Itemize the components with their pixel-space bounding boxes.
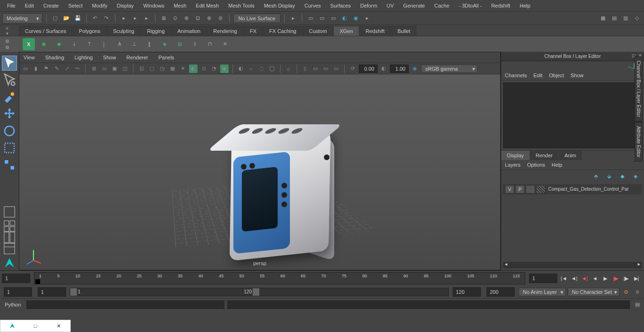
maya-logo-icon[interactable] <box>2 255 17 270</box>
tab-rigging[interactable]: Rigging <box>141 26 171 36</box>
undo-icon[interactable]: ↶ <box>91 14 100 23</box>
menu-mesh-display[interactable]: Mesh Display <box>259 1 300 10</box>
side-tab-channel-box[interactable]: Channel Box / Layer Editor <box>635 57 643 121</box>
select-hierarchy-icon[interactable]: ▸ <box>119 14 129 23</box>
open-scene-icon[interactable]: 📂 <box>62 14 71 23</box>
layer-name[interactable]: Compact_Gas_Detection_Control_Par <box>546 186 640 192</box>
menu-edit[interactable]: Edit <box>20 1 39 10</box>
vp-color-mgmt-dropdown[interactable]: sRGB gamma <box>421 65 478 73</box>
xgen-tool-4-icon[interactable]: ‖ <box>143 38 156 50</box>
xgen-tool-9-icon[interactable]: ✕ <box>219 38 231 50</box>
anim-layer-dropdown[interactable]: No Anim Layer <box>519 288 566 296</box>
render-setup-icon[interactable]: ◉ <box>351 14 361 23</box>
command-line-input[interactable] <box>26 300 224 309</box>
rotate-tool[interactable] <box>2 123 17 138</box>
vp-gate-mask-icon[interactable]: ◫ <box>121 65 129 73</box>
vp-isolate-icon[interactable]: ◐ <box>237 65 245 73</box>
layer-new-empty-icon[interactable]: ◆ <box>618 172 627 181</box>
vp-film-gate-icon[interactable]: ▭ <box>100 65 108 73</box>
xgen-surface-icon[interactable]: ◆ <box>53 38 65 50</box>
two-pane-icon[interactable] <box>2 233 17 242</box>
script-language-label[interactable]: Python <box>2 302 24 308</box>
vp-motion-blur-icon[interactable]: ◉ <box>220 65 229 73</box>
select-tool[interactable] <box>2 56 17 71</box>
ipr-render-icon[interactable]: ▭ <box>317 14 327 23</box>
hypershade-icon[interactable]: ◐ <box>340 14 349 23</box>
viewport-3d[interactable]: persp <box>19 74 500 270</box>
last-tool[interactable] <box>2 157 17 172</box>
layer-scrollbar[interactable] <box>503 262 642 268</box>
vp-select-camera-icon[interactable]: ▭ <box>21 65 30 73</box>
xgen-open-icon[interactable]: X <box>23 38 35 50</box>
vp-smooth3-icon[interactable]: ▭ <box>332 65 340 73</box>
vp-grid-icon[interactable]: ⊞ <box>90 65 98 73</box>
menu-uv[interactable]: UV <box>382 1 398 10</box>
vp-shaded-icon[interactable]: ▢ <box>148 65 156 73</box>
shelf-options-icon[interactable]: ⚙ <box>4 44 10 50</box>
vp-aa-icon[interactable]: ◔ <box>210 65 218 73</box>
panel-layout-2-icon[interactable]: ▤ <box>610 14 619 23</box>
auto-key-icon[interactable]: ⚙ <box>621 287 631 297</box>
select-component-icon[interactable]: ▸ <box>142 14 151 23</box>
go-to-start-icon[interactable]: |◄ <box>559 274 569 283</box>
snap-toggle-icon[interactable]: ⊘ <box>216 14 225 23</box>
range-end-inner[interactable]: 120 <box>453 287 481 297</box>
panel-layout-icon[interactable]: ▦ <box>598 14 608 23</box>
step-back-icon[interactable]: ◄| <box>580 274 589 283</box>
play-back-icon[interactable]: ◄ <box>590 274 600 283</box>
tab-animation[interactable]: Animation <box>171 26 206 36</box>
xgen-create-icon[interactable]: ◉ <box>38 38 50 50</box>
ltab-render[interactable]: Render <box>530 151 558 160</box>
move-tool[interactable] <box>2 106 17 121</box>
range-end-outer[interactable]: 200 <box>487 287 515 297</box>
menu-windows[interactable]: Windows <box>139 1 169 10</box>
vp-grease-icon[interactable]: ✏ <box>73 65 82 73</box>
range-slider[interactable]: 1 120 <box>70 288 449 296</box>
vp-gamma-field[interactable]: 1.00 <box>390 65 409 73</box>
snap-point-icon[interactable]: ⊕ <box>182 14 191 23</box>
menu-redshift[interactable]: Redshift <box>487 1 515 10</box>
vp-xray-icon[interactable]: ○ <box>247 65 256 73</box>
step-back-key-icon[interactable]: ◄| <box>570 274 579 283</box>
save-scene-icon[interactable]: 💾 <box>73 14 83 23</box>
tab-polygons[interactable]: Polygons <box>73 26 106 36</box>
taskbar-app-icon[interactable] <box>0 320 24 332</box>
tab-custom[interactable]: Custom <box>303 26 333 36</box>
vp-exposure-icon[interactable]: ☼ <box>284 65 293 73</box>
vp-wireframe-icon[interactable]: ⊡ <box>137 65 146 73</box>
menu-surfaces[interactable]: Surfaces <box>326 1 355 10</box>
select-object-icon[interactable]: ▸ <box>131 14 140 23</box>
outliner-toggle-icon[interactable] <box>2 244 17 253</box>
cb-menu-channels[interactable]: Channels <box>505 73 527 78</box>
range-handle-right[interactable] <box>253 288 259 296</box>
vp-exposure-reset-icon[interactable]: ⟳ <box>348 65 357 73</box>
vp-ao-icon[interactable]: ⊙ <box>199 65 208 73</box>
snap-curve-icon[interactable]: ⊙ <box>171 14 180 23</box>
snap-grid-icon[interactable]: ⊞ <box>159 14 169 23</box>
lasso-tool[interactable] <box>2 73 17 88</box>
tab-rendering[interactable]: Rendering <box>207 26 243 36</box>
menu-curves[interactable]: Curves <box>300 1 326 10</box>
channel-box-body[interactable] <box>503 82 642 148</box>
character-set-dropdown[interactable]: No Character Set <box>568 288 619 296</box>
layer-display-type[interactable] <box>526 185 535 194</box>
layer-move-up-icon[interactable]: ⬘ <box>591 172 601 181</box>
vp-exposure-field[interactable]: 0.00 <box>359 65 378 73</box>
tab-bullet[interactable]: Bullet <box>391 26 417 36</box>
menu-deform[interactable]: Deform <box>355 1 382 10</box>
xgen-tool-1-icon[interactable]: │ <box>98 38 110 50</box>
vp-resolution-gate-icon[interactable]: ▣ <box>110 65 119 73</box>
live-surface-field[interactable]: No Live Surface <box>233 14 281 23</box>
tab-sculpting[interactable]: Sculpting <box>107 26 140 36</box>
step-forward-icon[interactable]: |▶ <box>611 274 620 283</box>
menu-edit-mesh[interactable]: Edit Mesh <box>191 1 223 10</box>
tab-curves-surfaces[interactable]: Curves / Surfaces <box>19 26 72 36</box>
menu-select[interactable]: Select <box>64 1 88 10</box>
menu-mesh-tools[interactable]: Mesh Tools <box>223 1 259 10</box>
shelf-toggle-icon[interactable]: ≡ <box>4 26 10 31</box>
panel-layout-4-icon[interactable]: ◇ <box>632 14 642 23</box>
range-start-inner[interactable]: 1 <box>38 287 66 297</box>
xgen-guide-icon[interactable]: ⇣ <box>68 38 80 50</box>
redo-icon[interactable]: ↷ <box>102 14 111 23</box>
vp-depth-icon[interactable]: ▯ <box>301 65 309 73</box>
